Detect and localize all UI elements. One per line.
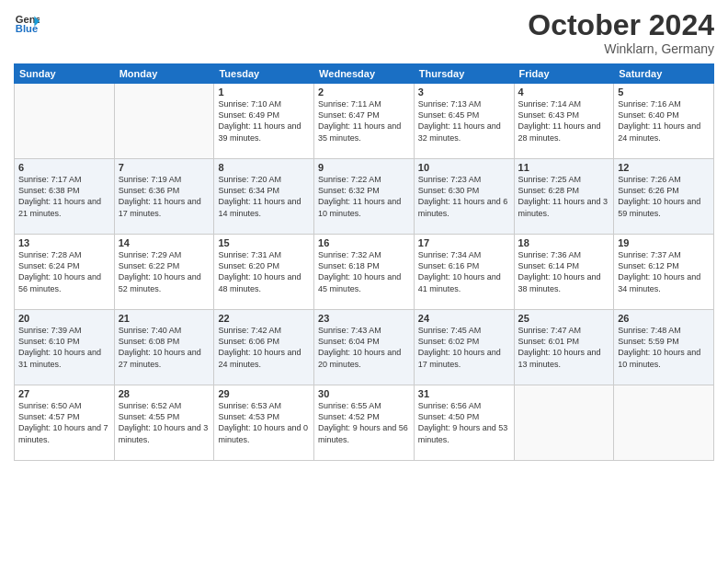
day-info: Sunrise: 7:31 AMSunset: 6:20 PMDaylight:… bbox=[218, 249, 310, 294]
day-number: 20 bbox=[18, 313, 110, 324]
header-row: Sunday Monday Tuesday Wednesday Thursday… bbox=[15, 64, 714, 84]
day-info: Sunrise: 7:14 AMSunset: 6:43 PMDaylight:… bbox=[518, 98, 610, 144]
table-row: 14Sunrise: 7:29 AMSunset: 6:22 PMDayligh… bbox=[114, 235, 214, 310]
location: Winklarn, Germany bbox=[528, 41, 714, 56]
table-row: 10Sunrise: 7:23 AMSunset: 6:30 PMDayligh… bbox=[414, 159, 514, 235]
day-info: Sunrise: 7:40 AMSunset: 6:08 PMDaylight:… bbox=[119, 325, 210, 370]
day-info: Sunrise: 7:48 AMSunset: 5:59 PMDaylight:… bbox=[618, 325, 710, 370]
day-number: 16 bbox=[318, 237, 410, 248]
table-row bbox=[614, 385, 714, 461]
table-row: 31Sunrise: 6:56 AMSunset: 4:50 PMDayligh… bbox=[414, 385, 514, 461]
day-info: Sunrise: 7:22 AMSunset: 6:32 PMDaylight:… bbox=[318, 174, 410, 219]
day-info: Sunrise: 7:13 AMSunset: 6:45 PMDaylight:… bbox=[418, 98, 510, 144]
col-monday: Monday bbox=[114, 64, 214, 84]
day-info: Sunrise: 7:28 AMSunset: 6:24 PMDaylight:… bbox=[18, 249, 110, 294]
table-row: 6Sunrise: 7:17 AMSunset: 6:38 PMDaylight… bbox=[15, 159, 115, 235]
table-row bbox=[114, 84, 214, 159]
day-number: 12 bbox=[618, 162, 710, 173]
day-info: Sunrise: 7:36 AMSunset: 6:14 PMDaylight:… bbox=[518, 249, 610, 294]
table-row: 27Sunrise: 6:50 AMSunset: 4:57 PMDayligh… bbox=[15, 385, 115, 461]
col-sunday: Sunday bbox=[15, 64, 115, 84]
table-row: 18Sunrise: 7:36 AMSunset: 6:14 PMDayligh… bbox=[514, 235, 614, 310]
table-row: 28Sunrise: 6:52 AMSunset: 4:55 PMDayligh… bbox=[114, 385, 214, 461]
day-info: Sunrise: 7:26 AMSunset: 6:26 PMDaylight:… bbox=[618, 174, 710, 219]
table-row: 25Sunrise: 7:47 AMSunset: 6:01 PMDayligh… bbox=[514, 310, 614, 385]
day-number: 27 bbox=[18, 388, 110, 399]
day-number: 31 bbox=[418, 388, 510, 399]
table-row: 17Sunrise: 7:34 AMSunset: 6:16 PMDayligh… bbox=[414, 235, 514, 310]
header: General Blue October 2024 Winklarn, Germ… bbox=[14, 9, 714, 56]
calendar-page: General Blue October 2024 Winklarn, Germ… bbox=[0, 0, 728, 563]
table-row: 26Sunrise: 7:48 AMSunset: 5:59 PMDayligh… bbox=[614, 310, 714, 385]
day-info: Sunrise: 7:16 AMSunset: 6:40 PMDaylight:… bbox=[618, 98, 710, 144]
day-number: 19 bbox=[618, 237, 710, 248]
day-number: 22 bbox=[218, 313, 310, 324]
table-row: 8Sunrise: 7:20 AMSunset: 6:34 PMDaylight… bbox=[214, 159, 314, 235]
col-thursday: Thursday bbox=[414, 64, 514, 84]
day-number: 25 bbox=[518, 313, 610, 324]
day-number: 15 bbox=[218, 237, 310, 248]
table-row: 30Sunrise: 6:55 AMSunset: 4:52 PMDayligh… bbox=[314, 385, 415, 461]
table-row: 19Sunrise: 7:37 AMSunset: 6:12 PMDayligh… bbox=[614, 235, 714, 310]
table-row: 24Sunrise: 7:45 AMSunset: 6:02 PMDayligh… bbox=[414, 310, 514, 385]
table-row: 7Sunrise: 7:19 AMSunset: 6:36 PMDaylight… bbox=[114, 159, 214, 235]
table-row: 13Sunrise: 7:28 AMSunset: 6:24 PMDayligh… bbox=[15, 235, 115, 310]
day-number: 21 bbox=[119, 313, 210, 324]
table-row: 21Sunrise: 7:40 AMSunset: 6:08 PMDayligh… bbox=[114, 310, 214, 385]
table-row: 23Sunrise: 7:43 AMSunset: 6:04 PMDayligh… bbox=[314, 310, 415, 385]
day-info: Sunrise: 7:47 AMSunset: 6:01 PMDaylight:… bbox=[518, 325, 610, 370]
day-info: Sunrise: 7:45 AMSunset: 6:02 PMDaylight:… bbox=[418, 325, 510, 370]
day-number: 9 bbox=[318, 162, 410, 173]
table-row: 12Sunrise: 7:26 AMSunset: 6:26 PMDayligh… bbox=[614, 159, 714, 235]
col-wednesday: Wednesday bbox=[314, 64, 415, 84]
day-number: 23 bbox=[318, 313, 410, 324]
day-number: 6 bbox=[18, 162, 110, 173]
day-number: 26 bbox=[618, 313, 710, 324]
day-info: Sunrise: 6:56 AMSunset: 4:50 PMDaylight:… bbox=[418, 400, 510, 445]
day-number: 24 bbox=[418, 313, 510, 324]
day-info: Sunrise: 7:34 AMSunset: 6:16 PMDaylight:… bbox=[418, 249, 510, 294]
day-number: 18 bbox=[518, 237, 610, 248]
title-block: October 2024 Winklarn, Germany bbox=[528, 9, 714, 56]
day-info: Sunrise: 7:29 AMSunset: 6:22 PMDaylight:… bbox=[119, 249, 210, 294]
table-row: 16Sunrise: 7:32 AMSunset: 6:18 PMDayligh… bbox=[314, 235, 415, 310]
table-row: 2Sunrise: 7:11 AMSunset: 6:47 PMDaylight… bbox=[314, 84, 415, 159]
table-row: 11Sunrise: 7:25 AMSunset: 6:28 PMDayligh… bbox=[514, 159, 614, 235]
day-number: 28 bbox=[119, 388, 210, 399]
day-info: Sunrise: 7:20 AMSunset: 6:34 PMDaylight:… bbox=[218, 174, 310, 219]
col-saturday: Saturday bbox=[614, 64, 714, 84]
day-number: 17 bbox=[418, 237, 510, 248]
month-title: October 2024 bbox=[528, 9, 714, 41]
day-number: 30 bbox=[318, 388, 410, 399]
col-friday: Friday bbox=[514, 64, 614, 84]
day-info: Sunrise: 7:43 AMSunset: 6:04 PMDaylight:… bbox=[318, 325, 410, 370]
table-row: 3Sunrise: 7:13 AMSunset: 6:45 PMDaylight… bbox=[414, 84, 514, 159]
table-row: 9Sunrise: 7:22 AMSunset: 6:32 PMDaylight… bbox=[314, 159, 415, 235]
day-number: 7 bbox=[119, 162, 210, 173]
table-row: 15Sunrise: 7:31 AMSunset: 6:20 PMDayligh… bbox=[214, 235, 314, 310]
day-number: 14 bbox=[119, 237, 210, 248]
day-info: Sunrise: 6:50 AMSunset: 4:57 PMDaylight:… bbox=[18, 400, 110, 445]
logo-icon: General Blue bbox=[14, 9, 40, 35]
logo: General Blue bbox=[14, 9, 40, 35]
day-number: 5 bbox=[618, 86, 710, 98]
day-info: Sunrise: 7:23 AMSunset: 6:30 PMDaylight:… bbox=[418, 174, 510, 219]
day-number: 11 bbox=[518, 162, 610, 173]
day-info: Sunrise: 7:37 AMSunset: 6:12 PMDaylight:… bbox=[618, 249, 710, 294]
table-row: 29Sunrise: 6:53 AMSunset: 4:53 PMDayligh… bbox=[214, 385, 314, 461]
table-row: 22Sunrise: 7:42 AMSunset: 6:06 PMDayligh… bbox=[214, 310, 314, 385]
day-number: 3 bbox=[418, 86, 510, 98]
day-info: Sunrise: 7:10 AMSunset: 6:49 PMDaylight:… bbox=[218, 98, 310, 144]
day-number: 10 bbox=[418, 162, 510, 173]
day-info: Sunrise: 7:39 AMSunset: 6:10 PMDaylight:… bbox=[18, 325, 110, 370]
day-number: 29 bbox=[218, 388, 310, 399]
day-info: Sunrise: 6:52 AMSunset: 4:55 PMDaylight:… bbox=[119, 400, 210, 445]
day-info: Sunrise: 6:55 AMSunset: 4:52 PMDaylight:… bbox=[318, 400, 410, 445]
day-info: Sunrise: 7:32 AMSunset: 6:18 PMDaylight:… bbox=[318, 249, 410, 294]
day-number: 4 bbox=[518, 86, 610, 98]
calendar-table: Sunday Monday Tuesday Wednesday Thursday… bbox=[14, 63, 714, 461]
day-info: Sunrise: 7:11 AMSunset: 6:47 PMDaylight:… bbox=[318, 98, 410, 144]
day-number: 2 bbox=[318, 86, 410, 98]
table-row: 20Sunrise: 7:39 AMSunset: 6:10 PMDayligh… bbox=[15, 310, 115, 385]
day-info: Sunrise: 7:42 AMSunset: 6:06 PMDaylight:… bbox=[218, 325, 310, 370]
